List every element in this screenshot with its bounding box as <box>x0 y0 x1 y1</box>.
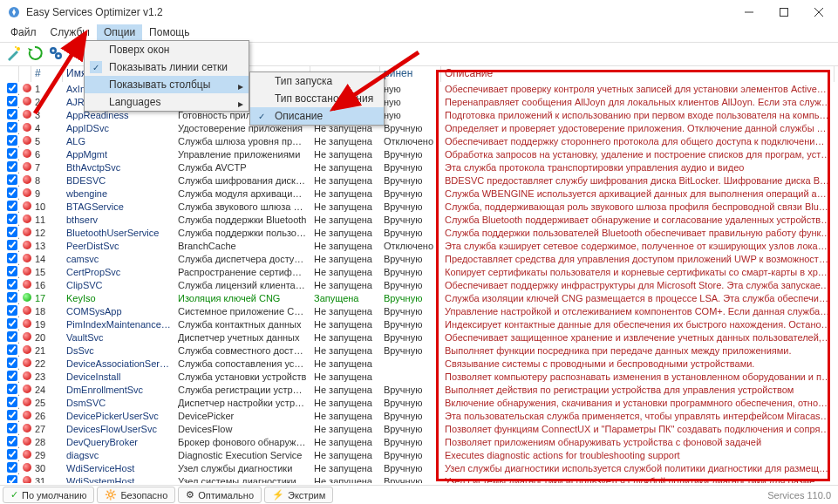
table-row[interactable]: 6AppMgmtУправление приложениямиНе запуще… <box>3 147 835 160</box>
tool-wand-icon[interactable] <box>5 44 23 65</box>
table-row[interactable]: 5ALGСлужба шлюза уровня прило…Не запущен… <box>3 134 835 147</box>
row-checkbox[interactable] <box>7 148 17 159</box>
table-row[interactable]: 30WdiServiceHostУзел службы диагностикиН… <box>3 461 835 474</box>
menu-options[interactable]: Опции <box>97 24 142 42</box>
row-checkbox[interactable] <box>7 318 17 329</box>
row-name: DsSvc <box>63 345 174 356</box>
row-checkbox[interactable] <box>7 305 17 316</box>
col-startup-type[interactable]: Тип запуска <box>250 72 384 90</box>
minimize-button[interactable] <box>732 0 766 24</box>
row-startup: Вручную <box>380 476 441 484</box>
opt-languages[interactable]: Languages▸ <box>85 93 249 111</box>
table-row[interactable]: 16ClipSVCСлужба лицензий клиента (Cl…Не … <box>3 278 835 291</box>
col-recovery-type[interactable]: Тип восстановления <box>250 90 384 107</box>
table-row[interactable]: 18COMSysAppСистемное приложение COM+Не з… <box>3 304 835 317</box>
row-checkbox[interactable] <box>7 292 17 303</box>
row-name: KeyIso <box>63 293 174 303</box>
status-dot-icon <box>23 254 31 262</box>
row-status: Запущена <box>310 293 380 303</box>
table-row[interactable]: 19PimIndexMaintenanceSvcСлужба контактны… <box>3 317 835 330</box>
row-display: Служба поддержки Bluetooth <box>174 215 310 225</box>
row-checkbox[interactable] <box>7 253 17 263</box>
maximize-button[interactable] <box>766 0 801 24</box>
hdr-startup[interactable]: ринен <box>380 66 441 82</box>
opt-on-top[interactable]: Поверх окон <box>85 41 249 58</box>
table-row[interactable]: 23DeviceInstallСлужба установки устройст… <box>3 370 835 383</box>
table-row[interactable]: 31WdiSystemHostУзел системы диагностикиН… <box>3 474 835 483</box>
opt-show-columns[interactable]: Показывать столбцы▸ <box>85 76 249 93</box>
row-display: Изоляция ключей CNG <box>174 293 310 303</box>
table-row[interactable]: 26DevicePickerUserSvcDevicePickerНе запу… <box>3 409 835 422</box>
profile-default[interactable]: ✓По умолчанию <box>3 487 94 503</box>
table-row[interactable]: 28DevQueryBrokerБрокер фонового обнаруже… <box>3 435 835 448</box>
row-display: Узел системы диагностики <box>174 476 310 484</box>
close-button[interactable] <box>801 0 836 24</box>
row-checkbox[interactable] <box>7 187 17 198</box>
table-row[interactable]: 20VaultSvcДиспетчер учетных данныхНе зап… <box>3 330 835 344</box>
row-checkbox[interactable] <box>7 214 17 224</box>
table-row[interactable]: 21DsSvcСлужба совместного доступа …Не за… <box>3 344 835 357</box>
table-row[interactable]: 9wbengineСлужба модуля архивации н…Не за… <box>3 187 835 200</box>
row-checkbox[interactable] <box>7 462 17 473</box>
row-num: 22 <box>31 358 63 369</box>
row-checkbox[interactable] <box>7 279 17 289</box>
table-row[interactable]: 24DmEnrollmentSvcСлужба регистрации устр… <box>3 383 835 396</box>
row-checkbox[interactable] <box>7 109 17 119</box>
row-num: 26 <box>31 411 63 421</box>
table-row[interactable]: 11bthservСлужба поддержки BluetoothНе за… <box>3 213 835 226</box>
row-status: Не запущена <box>310 175 380 186</box>
table-row[interactable]: 15CertPropSvcРаспространение сертификата… <box>3 265 835 278</box>
menu-file[interactable]: Файл <box>3 24 44 42</box>
row-checkbox[interactable] <box>7 423 17 433</box>
row-checkbox[interactable] <box>7 436 17 446</box>
row-checkbox[interactable] <box>7 371 17 381</box>
hdr-desc[interactable]: Описание <box>441 66 835 82</box>
row-checkbox[interactable] <box>7 161 17 172</box>
row-checkbox[interactable] <box>7 449 17 460</box>
tool-settings-icon[interactable] <box>47 44 65 65</box>
row-checkbox[interactable] <box>7 475 17 484</box>
row-checkbox[interactable] <box>7 83 17 93</box>
table-row[interactable]: 7BthAvctpSvcСлужба AVCTPНе запущенаВручн… <box>3 160 835 174</box>
table-row[interactable]: 29diagsvcDiagnostic Execution ServiceНе … <box>3 448 835 461</box>
profile-optimal[interactable]: ⚙Оптимально <box>178 487 262 503</box>
row-num: 5 <box>31 136 63 146</box>
table-row[interactable]: 12BluetoothUserServiceСлужба поддержки п… <box>3 226 835 239</box>
row-checkbox[interactable] <box>7 344 17 355</box>
row-checkbox[interactable] <box>7 331 17 342</box>
row-checkbox[interactable] <box>7 358 17 368</box>
row-name: BTAGService <box>63 201 174 212</box>
opt-grid-lines[interactable]: ✓Показывать линии сетки <box>85 58 249 76</box>
tool-refresh-icon[interactable] <box>26 44 44 65</box>
table-row[interactable]: 14camsvсСлужба диспетчера доступа …Не за… <box>3 252 835 265</box>
table-row[interactable]: 4AppIDSvcУдостоверение приложенияНе запу… <box>3 121 835 134</box>
row-checkbox[interactable] <box>7 384 17 394</box>
col-description[interactable]: ✓Описание <box>250 107 384 125</box>
row-checkbox[interactable] <box>7 240 17 250</box>
table-row[interactable]: 13PeerDistSvcBranchCacheНе запущенаОтклю… <box>3 239 835 252</box>
row-display: Служба шлюза уровня прило… <box>174 136 310 146</box>
row-status: Не запущена <box>310 437 380 447</box>
row-checkbox[interactable] <box>7 122 17 133</box>
table-row[interactable]: 10BTAGServiceСлужба звукового шлюза Blu…… <box>3 200 835 213</box>
hdr-num[interactable]: # <box>31 66 63 82</box>
row-checkbox[interactable] <box>7 410 17 420</box>
profile-extreme[interactable]: ⚡Экстрим <box>264 487 333 503</box>
row-checkbox[interactable] <box>7 227 17 237</box>
row-checkbox[interactable] <box>7 266 17 276</box>
table-row[interactable]: 27DevicesFlowUserSvcDevicesFlowНе запуще… <box>3 422 835 435</box>
row-checkbox[interactable] <box>7 397 17 407</box>
table-row[interactable]: 25DsmSVCДиспетчер настройки устрой…Не за… <box>3 396 835 409</box>
table-row[interactable]: 22DeviceAssociationServiceСлужба сопоста… <box>3 357 835 370</box>
menu-help[interactable]: Помощь <box>142 24 196 42</box>
menu-services[interactable]: Службы <box>44 24 97 42</box>
row-checkbox[interactable] <box>7 201 17 211</box>
row-startup: Вручную <box>380 450 441 460</box>
row-checkbox[interactable] <box>7 96 17 106</box>
row-checkbox[interactable] <box>7 135 17 146</box>
table-row[interactable]: 17KeyIsoИзоляция ключей CNGЗапущенаВручн… <box>3 291 835 304</box>
profile-safe[interactable]: 🔆Безопасно <box>97 487 175 503</box>
row-num: 28 <box>31 437 63 447</box>
table-row[interactable]: 8BDESVCСлужба шифрования дисков …Не запу… <box>3 174 835 187</box>
row-checkbox[interactable] <box>7 174 17 185</box>
